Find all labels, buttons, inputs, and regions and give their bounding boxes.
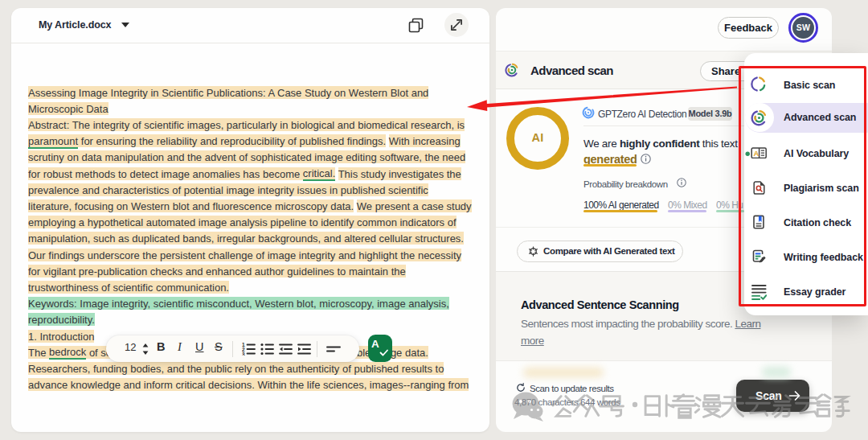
svg-text:3: 3	[242, 352, 245, 356]
